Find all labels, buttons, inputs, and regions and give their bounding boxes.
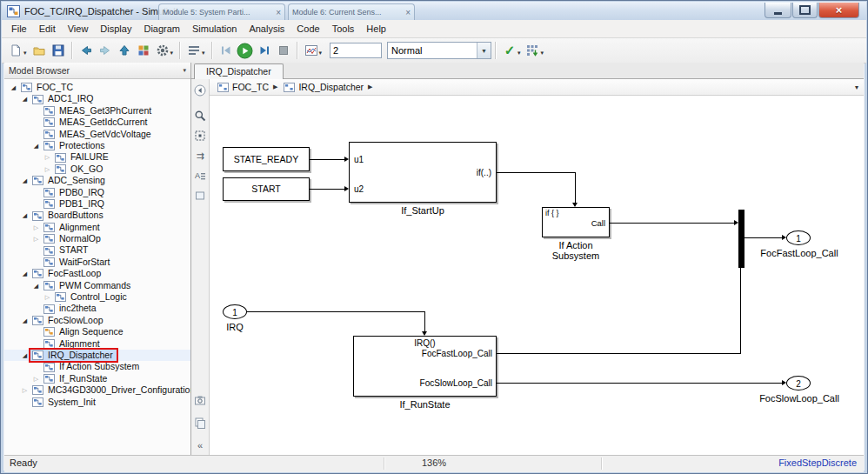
tree-item-if-runstate[interactable]: ▷If_RunState: [4, 373, 190, 384]
update-diagram-caret-icon[interactable]: ▾: [517, 50, 521, 57]
tree-item-meas-getvdcvoltage[interactable]: MEAS_GetVdcVoltage: [4, 129, 190, 140]
build-button[interactable]: [524, 41, 543, 60]
if-action-subsystem-block[interactable]: if { } Call: [542, 207, 610, 237]
tree-item-alignment[interactable]: Alignment: [4, 338, 190, 350]
port-name[interactable]: FocFastLoop_Call: [730, 248, 864, 258]
tree-item-control-logic[interactable]: ▷Control_Logic: [4, 291, 190, 303]
tree-item-alignment[interactable]: ▷Alignment: [4, 222, 190, 233]
run-button[interactable]: [236, 41, 255, 60]
signal-wire[interactable]: [497, 353, 741, 354]
data-inspector-button[interactable]: [302, 41, 321, 60]
expanded-arrow-icon[interactable]: ◢: [19, 315, 30, 326]
signal-wire[interactable]: [310, 189, 344, 190]
state-ready-block[interactable]: STATE_READY: [223, 147, 310, 171]
signal-wire[interactable]: [740, 268, 741, 354]
tree-item-focfastloop[interactable]: ◢FocFastLoop: [4, 268, 190, 279]
zoom-icon[interactable]: [192, 108, 208, 124]
diagram-canvas[interactable]: STATE_READY START u1 u2 if(..) If_StartU…: [210, 96, 864, 455]
expanded-arrow-icon[interactable]: ◢: [19, 350, 30, 361]
tree-item-pdb0-irq[interactable]: PDB0_IRQ: [4, 187, 190, 198]
model-configuration-caret-icon[interactable]: ▾: [202, 50, 205, 57]
stop-button[interactable]: [274, 41, 293, 60]
build-caret-icon[interactable]: ▾: [541, 50, 544, 57]
signal-wire[interactable]: [497, 383, 782, 384]
collapsed-arrow-icon[interactable]: ▷: [42, 291, 53, 303]
breadcrumb-current[interactable]: IRQ_Dispatcher: [297, 82, 364, 92]
back-button[interactable]: [77, 41, 96, 60]
hide-palette-icon[interactable]: [192, 83, 208, 98]
tab-close-icon[interactable]: ×: [405, 8, 411, 17]
sim-stop-time-input[interactable]: [330, 43, 382, 58]
tree-item-irq-dispatcher[interactable]: ◢IRQ_Dispatcher: [4, 350, 190, 361]
tree-item-if-action-subsystem[interactable]: If Action Subsystem: [4, 361, 190, 372]
tree-item-pwm-commands[interactable]: ◢PWM Commands: [4, 280, 190, 291]
tree-item-failure[interactable]: ▷FAILURE: [4, 151, 190, 163]
menu-code[interactable]: Code: [290, 22, 325, 36]
signal-wire[interactable]: [424, 311, 425, 331]
block-name[interactable]: If_RunState: [353, 399, 497, 410]
save-model-button[interactable]: [49, 41, 68, 60]
expanded-arrow-icon[interactable]: ◢: [8, 82, 19, 93]
outport-2[interactable]: 2: [786, 376, 811, 391]
collapsed-arrow-icon[interactable]: ▷: [42, 151, 53, 163]
sim-mode-select[interactable]: Normal ▼: [387, 42, 491, 59]
expanded-arrow-icon[interactable]: ◢: [19, 175, 30, 186]
collapsed-arrow-icon[interactable]: ▷: [30, 373, 42, 384]
step-forward-button[interactable]: [255, 41, 274, 60]
merge-bar[interactable]: [738, 210, 744, 268]
tree-item-focslowloop[interactable]: ◢FocSlowLoop: [4, 315, 190, 326]
menu-display[interactable]: Display: [94, 22, 137, 36]
tree-item-boardbuttons[interactable]: ◢BoardButtons: [4, 210, 190, 221]
step-back-button[interactable]: [217, 41, 236, 60]
tree-item-align-sequence[interactable]: Align Sequence: [4, 326, 190, 337]
tree-item-ok-go[interactable]: ▷OK_GO: [4, 164, 190, 175]
expanded-arrow-icon[interactable]: ◢: [30, 140, 42, 151]
menu-help[interactable]: Help: [360, 22, 392, 36]
tree-item-waitforstart[interactable]: WaitForStart: [4, 257, 190, 268]
signal-wire[interactable]: [247, 311, 424, 312]
breadcrumb-dropdown-icon[interactable]: ▾: [855, 83, 858, 91]
background-tab[interactable]: Module 6: Current Sens...×: [288, 3, 415, 20]
tree-item-adc-sensing[interactable]: ◢ADC_Sensing: [4, 175, 190, 186]
start-block[interactable]: START: [223, 177, 310, 201]
capture-view-icon[interactable]: [192, 392, 208, 408]
menu-tools[interactable]: Tools: [326, 22, 361, 36]
expanded-arrow-icon[interactable]: ◢: [30, 280, 42, 291]
if-runstate-block[interactable]: IRQ() FocFastLoop_Call FocSlowLoop_Call: [353, 336, 497, 397]
tree-item-pdb1-irq[interactable]: PDB1_IRQ: [4, 198, 190, 210]
forward-button[interactable]: [96, 41, 115, 60]
outport-1[interactable]: 1: [786, 230, 811, 245]
tree-item-meas-getidccurrent[interactable]: MEAS_GetIdcCurrent: [4, 117, 190, 128]
data-inspector-caret-icon[interactable]: ▾: [319, 50, 323, 57]
minimize-button[interactable]: [765, 3, 791, 18]
expanded-arrow-icon[interactable]: ◢: [19, 268, 30, 279]
signal-wire[interactable]: [497, 172, 575, 173]
collapsed-arrow-icon[interactable]: ▷: [30, 222, 42, 233]
maximize-button[interactable]: [792, 3, 818, 18]
menu-edit[interactable]: Edit: [33, 22, 62, 36]
model-configuration-button[interactable]: [184, 41, 204, 60]
breadcrumb-root[interactable]: FOC_TC: [231, 82, 270, 92]
model-settings-caret-icon[interactable]: ▾: [170, 50, 174, 57]
collapse-strip-icon[interactable]: «: [192, 437, 208, 453]
menu-file[interactable]: File: [5, 22, 33, 36]
port-name[interactable]: FocSlowLoop_Call: [730, 393, 864, 404]
signal-wire[interactable]: [744, 237, 782, 238]
signal-wire[interactable]: [310, 159, 344, 160]
fit-to-view-icon[interactable]: [192, 128, 208, 144]
copy-view-icon[interactable]: [192, 415, 208, 431]
update-diagram-button[interactable]: ✓: [500, 41, 519, 60]
tree-item-protections[interactable]: ◢Protections: [4, 140, 190, 151]
tree-item-normalop[interactable]: ▷NormalOp: [4, 233, 190, 244]
close-button[interactable]: ×: [818, 3, 859, 18]
solver-name[interactable]: FixedStepDiscrete: [778, 457, 857, 468]
new-model-button[interactable]: [6, 41, 25, 60]
if-startup-block[interactable]: u1 u2 if(..): [349, 142, 497, 203]
tree-item-start[interactable]: START: [4, 244, 190, 256]
tree-item-meas-get3phcurrent[interactable]: MEAS_Get3PhCurrent: [4, 105, 190, 117]
signal-wire[interactable]: [610, 223, 734, 224]
expanded-arrow-icon[interactable]: ◢: [19, 93, 30, 104]
combo-arrow-icon[interactable]: ▼: [477, 43, 491, 58]
menu-view[interactable]: View: [62, 22, 95, 36]
background-tab[interactable]: Module 5: System Parti...×: [158, 3, 285, 20]
